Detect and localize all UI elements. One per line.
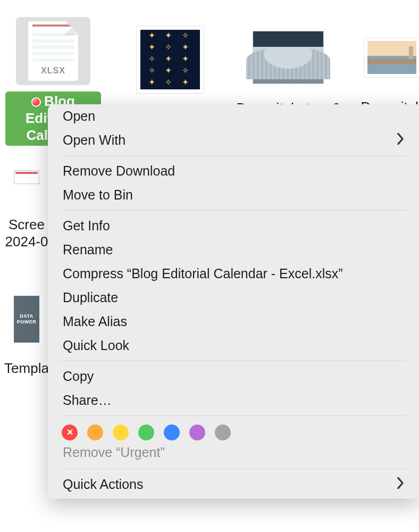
menu-item-label: Quick Actions [63, 477, 143, 492]
menu-item-quick-look[interactable]: Quick Look [48, 334, 419, 358]
tag-orange[interactable] [87, 425, 103, 440]
menu-item-open[interactable]: Open [48, 104, 419, 128]
menu-item-move-to-bin[interactable]: Move to Bin [48, 183, 419, 207]
file-screenshot[interactable]: Scree 2024-0 [0, 170, 53, 250]
menu-item-label: Share… [63, 393, 112, 408]
file-thumbnail [136, 26, 204, 94]
tag-gray[interactable] [215, 425, 231, 440]
menu-item-label: Duplicate [63, 290, 118, 305]
menu-item-label: Get Info [63, 218, 110, 234]
file-label: Templa [4, 361, 49, 376]
menu-item-make-alias[interactable]: Make Alias [48, 310, 419, 334]
desktop-icon-view: XLSX Blog Editorial Calenda ● Depositpho… [0, 0, 419, 532]
tag-picker [48, 419, 419, 444]
menu-separator [60, 361, 407, 361]
menu-item-get-info[interactable]: Get Info [48, 214, 419, 238]
file-templates[interactable]: DATA POWER Templa [0, 296, 53, 376]
tag-green[interactable] [138, 425, 154, 440]
chevron-right-icon [397, 132, 404, 148]
menu-item-label: Compress “Blog Editorial Calendar - Exce… [63, 266, 343, 281]
menu-item-label: Open [63, 109, 95, 124]
menu-item-share[interactable]: Share… [48, 388, 419, 412]
tag-purple[interactable] [189, 425, 205, 440]
menu-item-duplicate[interactable]: Duplicate [48, 286, 419, 310]
file-thumbnail [364, 37, 419, 78]
file-depositphotos-2[interactable]: Depositphotos_6 [240, 31, 336, 116]
menu-item-label: Make Alias [63, 314, 127, 329]
file-thumbnail: DATA POWER [14, 296, 39, 343]
file-thumbnail [14, 170, 39, 184]
file-thumbnail [253, 31, 324, 84]
menu-separator [60, 415, 407, 416]
image-preview-icon [140, 30, 200, 89]
file-thumbnail: XLSX [16, 17, 90, 85]
menu-item-quick-actions[interactable]: Quick Actions [48, 472, 419, 496]
tag-blue[interactable] [164, 425, 180, 440]
menu-item-label: Remove Download [63, 163, 175, 179]
tag-dot-red-icon [31, 97, 41, 107]
image-preview-icon [367, 41, 416, 74]
tag-red[interactable] [62, 425, 78, 440]
menu-separator [60, 469, 407, 469]
menu-separator [60, 210, 407, 211]
tag-yellow[interactable] [113, 425, 129, 440]
menu-item-label: Remove “Urgent” [63, 445, 165, 460]
xlsx-icon: XLSX [28, 21, 78, 81]
menu-item-label: Open With [63, 132, 125, 148]
context-menu: Open Open With Remove Download Move to B… [48, 104, 419, 498]
image-preview-icon [14, 170, 39, 184]
menu-item-label: Rename [63, 242, 113, 257]
menu-item-rename[interactable]: Rename [48, 238, 419, 262]
chevron-right-icon [397, 477, 404, 492]
image-preview-icon [253, 31, 323, 84]
menu-item-remove-download[interactable]: Remove Download [48, 159, 419, 183]
menu-item-label: Quick Look [63, 338, 129, 353]
file-depositphotos-3[interactable]: Depositph [357, 37, 419, 115]
file-extension-badge: XLSX [28, 66, 78, 76]
image-preview-icon: DATA POWER [14, 296, 39, 343]
file-label: Scree 2024-0 [5, 216, 48, 250]
menu-separator [60, 155, 407, 156]
menu-item-label: Move to Bin [63, 187, 133, 203]
menu-item-label: Copy [63, 369, 94, 384]
menu-item-compress[interactable]: Compress “Blog Editorial Calendar - Exce… [48, 262, 419, 286]
menu-item-copy[interactable]: Copy [48, 364, 419, 388]
menu-item-remove-tag[interactable]: Remove “Urgent” [48, 444, 419, 466]
menu-item-open-with[interactable]: Open With [48, 128, 419, 152]
